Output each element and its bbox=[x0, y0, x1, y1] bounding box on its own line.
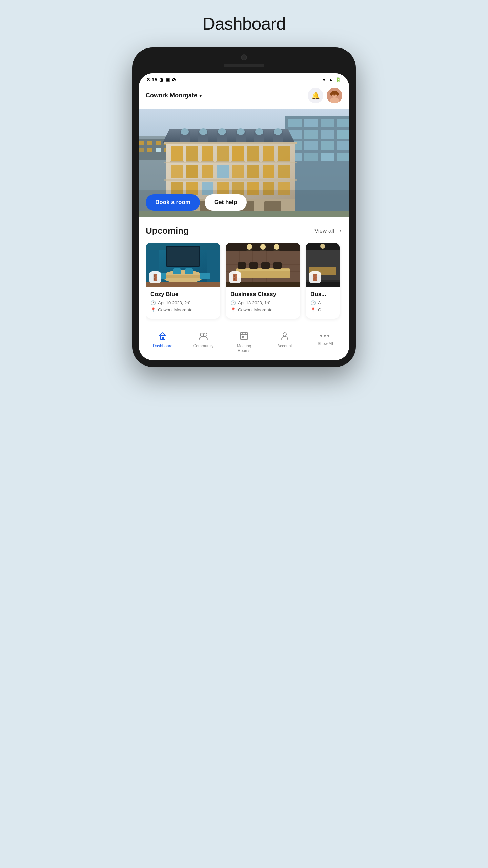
svg-rect-21 bbox=[321, 119, 334, 127]
location-pin-icon: 📍 bbox=[150, 307, 156, 312]
room-card-image: 🚪 bbox=[146, 243, 220, 287]
svg-rect-65 bbox=[171, 165, 183, 178]
room-name: Bus... bbox=[310, 291, 335, 298]
room-info: Cozy Blue 🕐 Apr 10 2023, 2:0... 📍 Cowork… bbox=[146, 287, 220, 319]
svg-rect-55 bbox=[263, 146, 274, 161]
sync-icon: ◑ bbox=[159, 77, 163, 82]
svg-rect-54 bbox=[247, 146, 259, 161]
battery-icon: 🔋 bbox=[335, 77, 341, 82]
svg-rect-34 bbox=[337, 153, 349, 161]
app-header: Cowork Moorgate ▾ 🔔 bbox=[139, 84, 349, 109]
svg-rect-61 bbox=[231, 161, 245, 162]
phone-speaker bbox=[224, 64, 264, 67]
svg-rect-64 bbox=[277, 161, 290, 162]
room-info: Business Classy 🕐 Apr 13 2023, 1:0... 📍 … bbox=[226, 287, 300, 319]
calendar-icon bbox=[240, 331, 248, 342]
svg-rect-50 bbox=[186, 146, 198, 161]
room-location: 📍 Cowork Moorgate bbox=[230, 307, 296, 312]
nav-item-community[interactable]: Community bbox=[190, 331, 217, 353]
get-help-button[interactable]: Get help bbox=[205, 194, 247, 211]
signal-icon: ▲ bbox=[328, 77, 333, 82]
svg-rect-30 bbox=[337, 141, 349, 150]
bottom-navigation: Dashboard Community bbox=[139, 327, 349, 360]
status-time: 8:15 bbox=[147, 77, 157, 82]
notification-bell-button[interactable]: 🔔 bbox=[308, 88, 323, 103]
room-card[interactable]: 🚪 Bus... 🕐 A... 📍 C... bbox=[306, 243, 340, 319]
avatar-image bbox=[327, 88, 342, 103]
hero-buttons: Book a room Get help bbox=[146, 194, 247, 211]
clock-icon: 🕐 bbox=[310, 300, 316, 305]
nav-item-show-all[interactable]: ••• Show All bbox=[312, 331, 339, 353]
svg-rect-62 bbox=[247, 161, 260, 162]
avatar[interactable] bbox=[327, 88, 342, 103]
status-left: 8:15 ◑ ▣ ⊘ bbox=[147, 77, 176, 82]
svg-rect-63 bbox=[262, 161, 275, 162]
nav-label-meeting-rooms: Meeting Rooms bbox=[237, 343, 251, 353]
svg-rect-96 bbox=[167, 247, 199, 266]
svg-rect-98 bbox=[163, 275, 203, 278]
view-all-label: View all bbox=[314, 228, 334, 234]
nav-item-account[interactable]: Account bbox=[271, 331, 298, 353]
svg-rect-141 bbox=[242, 336, 244, 338]
rooms-scroll[interactable]: 🚪 Cozy Blue 🕐 Apr 10 2023, 2:0... 📍 Cowo… bbox=[146, 243, 342, 327]
svg-rect-11 bbox=[147, 141, 152, 145]
svg-rect-19 bbox=[288, 119, 302, 127]
storage-icon: ▣ bbox=[165, 77, 170, 82]
svg-point-48 bbox=[274, 128, 282, 135]
svg-rect-102 bbox=[185, 268, 193, 274]
svg-rect-125 bbox=[273, 262, 282, 269]
room-info: Bus... 🕐 A... 📍 C... bbox=[306, 287, 340, 319]
status-right-icons: ▼ ▲ 🔋 bbox=[322, 77, 341, 82]
svg-rect-56 bbox=[278, 146, 290, 161]
nav-label-dashboard: Dashboard bbox=[153, 343, 173, 348]
svg-point-106 bbox=[247, 244, 252, 250]
svg-rect-81 bbox=[164, 142, 297, 144]
room-card[interactable]: 🚪 Cozy Blue 🕐 Apr 10 2023, 2:0... 📍 Cowo… bbox=[146, 243, 220, 319]
svg-rect-70 bbox=[247, 165, 259, 178]
svg-rect-33 bbox=[321, 153, 334, 161]
location-pin-icon: 📍 bbox=[310, 307, 316, 312]
phone-notch bbox=[139, 54, 349, 60]
clock-icon: 🕐 bbox=[230, 300, 236, 305]
location-pin-icon: 📍 bbox=[230, 307, 236, 312]
svg-point-129 bbox=[320, 244, 325, 249]
nav-item-dashboard[interactable]: Dashboard bbox=[149, 331, 176, 353]
room-location: 📍 Cowork Moorgate bbox=[150, 307, 216, 312]
svg-point-45 bbox=[218, 128, 226, 135]
arrow-right-icon: → bbox=[336, 227, 342, 234]
upcoming-section: Upcoming View all → bbox=[139, 217, 349, 327]
svg-rect-15 bbox=[147, 148, 152, 152]
room-icon-badge: 🚪 bbox=[309, 271, 321, 283]
svg-point-46 bbox=[237, 128, 245, 135]
svg-point-5 bbox=[330, 92, 333, 96]
svg-rect-67 bbox=[202, 165, 214, 178]
svg-rect-72 bbox=[278, 165, 290, 178]
room-date: 🕐 Apr 13 2023, 1:0... bbox=[230, 300, 296, 305]
header-actions: 🔔 bbox=[308, 88, 342, 103]
svg-rect-22 bbox=[337, 119, 349, 127]
page-title: Dashboard bbox=[202, 14, 285, 34]
svg-rect-29 bbox=[321, 141, 334, 150]
svg-rect-26 bbox=[337, 130, 349, 139]
more-icon: ••• bbox=[320, 331, 331, 340]
phone-screen: 8:15 ◑ ▣ ⊘ ▼ ▲ 🔋 Cowork Moorgate ▾ 🔔 bbox=[139, 73, 349, 360]
book-room-button[interactable]: Book a room bbox=[146, 194, 200, 211]
room-card[interactable]: 🚪 Business Classy 🕐 Apr 13 2023, 1:0... … bbox=[226, 243, 300, 319]
view-all-button[interactable]: View all → bbox=[314, 227, 342, 234]
location-selector[interactable]: Cowork Moorgate ▾ bbox=[146, 92, 202, 99]
svg-rect-121 bbox=[236, 269, 290, 271]
svg-rect-71 bbox=[263, 165, 274, 178]
svg-rect-53 bbox=[232, 146, 244, 161]
nav-item-meeting-rooms[interactable]: Meeting Rooms bbox=[230, 331, 258, 353]
svg-rect-60 bbox=[216, 161, 229, 162]
svg-rect-12 bbox=[156, 141, 161, 145]
svg-point-142 bbox=[283, 333, 286, 336]
svg-point-136 bbox=[204, 333, 207, 336]
room-card-image: 🚪 bbox=[306, 243, 340, 287]
room-date: 🕐 A... bbox=[310, 300, 335, 305]
svg-rect-28 bbox=[304, 141, 318, 150]
clock-icon: 🕐 bbox=[150, 300, 156, 305]
svg-rect-122 bbox=[238, 262, 246, 269]
room-name: Business Classy bbox=[230, 291, 296, 298]
svg-rect-101 bbox=[173, 268, 181, 274]
